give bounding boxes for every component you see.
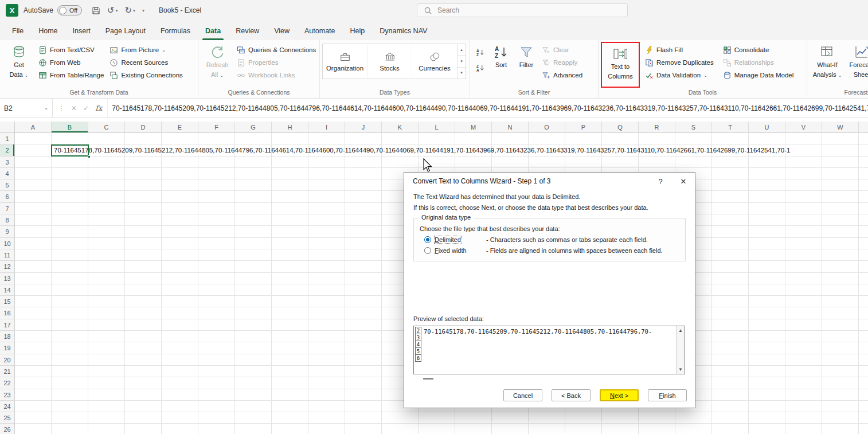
tab-automate[interactable]: Automate	[297, 22, 343, 40]
column-header-R[interactable]: R	[639, 122, 675, 132]
redo-button[interactable]: ↻▾	[124, 5, 135, 15]
row-header-19[interactable]: 19	[0, 342, 14, 354]
consolidate-button[interactable]: Consolidate	[720, 44, 797, 56]
next-button[interactable]: Next >	[600, 389, 639, 401]
column-header-E[interactable]: E	[162, 122, 198, 132]
customize-qat-button[interactable]: ▾	[142, 8, 144, 13]
insert-function-button[interactable]: fx	[95, 104, 102, 112]
cell-b2-overflow-text[interactable]: 70-11645178,70-11645209,70-11645212,70-1…	[52, 144, 868, 156]
tab-help[interactable]: Help	[343, 22, 373, 40]
from-text-csv-button[interactable]: From Text/CSV	[36, 44, 107, 56]
manage-data-model-button[interactable]: Manage Data Model	[720, 69, 797, 81]
formula-bar-drag-handle[interactable]: ⋮	[58, 104, 65, 112]
tab-home[interactable]: Home	[31, 22, 65, 40]
from-picture-button[interactable]: From Picture ⌄	[107, 44, 185, 56]
cancel-entry-icon[interactable]: ✕	[71, 104, 77, 112]
column-header-I[interactable]: I	[308, 122, 345, 132]
data-type-stocks[interactable]: Stocks	[367, 44, 412, 79]
existing-connections-button[interactable]: Existing Connections	[107, 69, 185, 81]
tab-page-layout[interactable]: Page Layout	[98, 22, 153, 40]
autosave-toggle[interactable]: Off	[57, 5, 82, 15]
column-header-W[interactable]: W	[822, 122, 859, 132]
sort-descending-button[interactable]: ZA	[472, 61, 487, 75]
finish-button[interactable]: Finish	[648, 389, 687, 401]
gallery-up-button[interactable]: ▴	[458, 44, 466, 55]
row-header-9[interactable]: 9	[0, 226, 14, 237]
back-button[interactable]: < Back	[552, 389, 591, 401]
delimited-radio-label[interactable]: Delimited	[435, 236, 461, 243]
gallery-more-button[interactable]: ▾	[458, 67, 466, 79]
row-header-26[interactable]: 26	[0, 424, 14, 434]
remove-duplicates-button[interactable]: Remove Duplicates	[642, 56, 717, 69]
row-header-18[interactable]: 18	[0, 331, 14, 342]
column-header-T[interactable]: T	[712, 122, 749, 132]
preview-scroll-up-icon[interactable]: ▲	[678, 328, 683, 333]
recent-sources-button[interactable]: Recent Sources	[107, 56, 185, 69]
workbook-links-button[interactable]: Workbook Links	[234, 69, 319, 81]
fixed-width-radio[interactable]	[424, 247, 431, 254]
column-header-U[interactable]: U	[749, 122, 785, 132]
filter-button[interactable]: Filter	[514, 42, 539, 88]
name-box[interactable]: B2 ⌄	[0, 99, 53, 118]
sort-button[interactable]: AZ Sort	[488, 42, 514, 88]
row-header-10[interactable]: 10	[0, 238, 14, 249]
row-header-4[interactable]: 4	[0, 168, 14, 179]
row-header-16[interactable]: 16	[0, 307, 14, 319]
tab-review[interactable]: Review	[228, 22, 267, 40]
tab-dynamics-nav[interactable]: Dynamics NAV	[372, 22, 435, 40]
autosave-control[interactable]: AutoSave Off	[24, 5, 82, 15]
gallery-down-button[interactable]: ▾	[458, 55, 466, 67]
search-box[interactable]: Search	[417, 3, 628, 17]
column-header-V[interactable]: V	[785, 122, 822, 132]
row-header-3[interactable]: 3	[0, 157, 14, 168]
delimited-radio[interactable]	[424, 236, 431, 243]
reapply-filter-button[interactable]: Reapply	[539, 56, 585, 69]
from-table-range-button[interactable]: From Table/Range	[36, 69, 107, 81]
excel-logo-icon[interactable]: X	[6, 4, 18, 17]
dialog-help-button[interactable]: ?	[649, 173, 672, 190]
row-header-5[interactable]: 5	[0, 179, 14, 191]
column-header-N[interactable]: N	[492, 122, 529, 132]
row-header-22[interactable]: 22	[0, 377, 14, 389]
column-header-C[interactable]: C	[88, 122, 125, 132]
save-button[interactable]	[92, 6, 100, 15]
tab-data[interactable]: Data	[198, 22, 228, 40]
column-header-J[interactable]: J	[345, 122, 382, 132]
text-to-columns-button[interactable]: Text to Columns	[603, 44, 638, 81]
data-type-organization[interactable]: Organization	[323, 44, 367, 79]
sort-ascending-button[interactable]: AZ	[472, 45, 487, 59]
row-header-14[interactable]: 14	[0, 284, 14, 296]
refresh-all-button[interactable]: Refresh All ⌄	[201, 42, 234, 88]
relationships-button[interactable]: Relationships	[720, 56, 797, 69]
active-cell-selection[interactable]	[51, 144, 89, 157]
column-header-D[interactable]: D	[125, 122, 162, 132]
from-web-button[interactable]: From Web	[36, 56, 107, 69]
row-header-7[interactable]: 7	[0, 203, 14, 214]
column-header-G[interactable]: G	[235, 122, 272, 132]
properties-button[interactable]: Properties	[234, 56, 319, 69]
column-header-H[interactable]: H	[272, 122, 308, 132]
row-header-21[interactable]: 21	[0, 366, 14, 377]
column-header-S[interactable]: S	[675, 122, 712, 132]
data-validation-button[interactable]: Data Validation ⌄	[642, 69, 717, 81]
undo-button[interactable]: ↺▾	[107, 5, 118, 15]
row-header-25[interactable]: 25	[0, 412, 14, 424]
what-if-analysis-button[interactable]: What-If Analysis ⌄	[810, 42, 845, 88]
data-type-currencies[interactable]: Currencies	[412, 44, 457, 79]
clear-filter-button[interactable]: Clear	[539, 44, 585, 56]
row-header-1[interactable]: 1	[0, 133, 14, 144]
fixed-width-radio-label[interactable]: Fixed width	[435, 247, 467, 254]
row-header-6[interactable]: 6	[0, 191, 14, 202]
row-header-13[interactable]: 13	[0, 273, 14, 284]
column-header-P[interactable]: P	[565, 122, 602, 132]
tab-view[interactable]: View	[267, 22, 297, 40]
row-header-8[interactable]: 8	[0, 214, 14, 226]
tab-formulas[interactable]: Formulas	[153, 22, 198, 40]
forecast-sheet-button[interactable]: Forecast Sheet	[845, 42, 868, 88]
fill-handle[interactable]	[88, 155, 91, 158]
preview-scroll-down-icon[interactable]: ▼	[678, 367, 683, 372]
column-header-X[interactable]: X	[859, 122, 868, 132]
advanced-filter-button[interactable]: Advanced	[539, 69, 585, 81]
column-header-O[interactable]: O	[529, 122, 565, 132]
row-header-20[interactable]: 20	[0, 354, 14, 366]
